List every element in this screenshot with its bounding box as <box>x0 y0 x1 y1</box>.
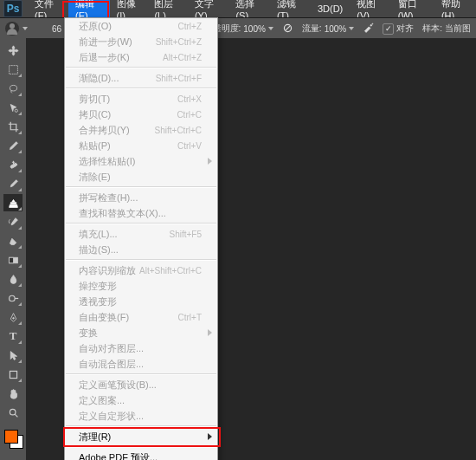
menubar-item[interactable]: 3D(D) <box>311 0 350 17</box>
crop-tool[interactable] <box>3 118 23 135</box>
menu-item-label: 定义画笔预设(B)... <box>79 379 157 392</box>
menu-item-label: 粘贴(P) <box>79 139 111 152</box>
edit-menu-dropdown: 还原(O)Ctrl+Z前进一步(W)Shift+Ctrl+Z后退一步(K)Alt… <box>64 17 218 460</box>
menu-item-label: 透视变形 <box>79 295 117 308</box>
menu-item: 前进一步(W)Shift+Ctrl+Z <box>65 34 217 49</box>
svg-rect-8 <box>9 257 13 263</box>
menu-separator <box>66 186 216 188</box>
menu-item: 描边(S)... <box>65 242 217 257</box>
menu-item-shortcut: Shift+Ctrl+C <box>155 126 202 135</box>
menu-item: 自动混合图层... <box>65 356 217 372</box>
menubar-item[interactable]: 帮助(H) <box>434 0 476 17</box>
flow-control[interactable]: 流量: 100% <box>302 23 354 35</box>
menu-item: 填充(L)...Shift+F5 <box>65 226 217 242</box>
eyedropper-tool[interactable] <box>3 137 23 154</box>
svg-point-4 <box>10 85 16 91</box>
menu-item: 选择性粘贴(I) <box>65 153 217 169</box>
menubar-item[interactable]: 视图(V) <box>350 0 391 17</box>
menu-separator <box>66 373 216 375</box>
zoom-tool[interactable] <box>3 404 23 421</box>
menu-item: 合并拷贝(Y)Shift+Ctrl+C <box>65 122 217 138</box>
blur-tool[interactable] <box>3 270 23 288</box>
chevron-down-icon[interactable] <box>23 27 28 30</box>
menu-item-label: 清理(R) <box>79 431 111 444</box>
menu-item-label: 查找和替换文本(X)... <box>79 207 166 220</box>
tools-panel: T <box>0 38 26 460</box>
menu-item-shortcut: Ctrl+T <box>178 313 203 322</box>
color-swatches[interactable] <box>3 428 23 449</box>
menu-item-label: 前进一步(W) <box>79 36 132 49</box>
menu-item-label: 自动混合图层... <box>79 358 144 371</box>
svg-point-9 <box>9 295 15 301</box>
quick-select-tool[interactable] <box>3 99 23 116</box>
brush-tool[interactable] <box>3 175 23 192</box>
menu-item: 后退一步(K)Alt+Ctrl+Z <box>65 49 217 65</box>
menubar-item[interactable]: 图像(I) <box>110 0 148 17</box>
clone-stamp-tool[interactable] <box>3 194 23 211</box>
menu-separator <box>66 425 216 427</box>
menu-item: 剪切(T)Ctrl+X <box>65 91 217 107</box>
svg-point-2 <box>372 23 373 24</box>
menu-item-label: 自动对齐图层... <box>79 342 144 355</box>
menubar-item[interactable]: 窗口(W) <box>391 0 434 17</box>
chevron-down-icon <box>349 27 354 30</box>
menubar-item[interactable]: 图层(L) <box>147 0 187 17</box>
healing-brush-tool[interactable] <box>3 156 23 173</box>
submenu-arrow-icon <box>208 329 212 336</box>
menu-item-label: 后退一步(K) <box>79 51 130 64</box>
menu-item[interactable]: Adobe PDF 预设... <box>65 450 217 460</box>
aligned-checkbox[interactable]: ✓ 对齐 <box>383 23 414 35</box>
menu-item: 定义自定形状... <box>65 408 217 424</box>
svg-point-5 <box>15 109 17 112</box>
menu-separator <box>66 223 216 224</box>
menu-item[interactable]: 清理(R) <box>65 429 217 444</box>
pen-tool[interactable] <box>3 308 23 326</box>
menubar-item[interactable]: 文件(F) <box>28 0 68 17</box>
shape-tool[interactable] <box>3 366 23 383</box>
menubar-item[interactable]: 滤镜(T) <box>270 0 311 17</box>
flow-label: 流量: <box>302 23 322 35</box>
menu-separator <box>66 259 216 261</box>
hand-tool[interactable] <box>3 385 23 402</box>
menu-item: 清除(E) <box>65 169 217 185</box>
menu-item-label: 定义图案... <box>79 394 125 407</box>
svg-rect-3 <box>9 65 17 74</box>
type-tool[interactable]: T <box>3 327 23 345</box>
menu-item: 定义画笔预设(B)... <box>65 377 217 392</box>
menu-separator <box>66 67 216 68</box>
menu-bar: Ps 文件(F)编辑(E)图像(I)图层(L)文字(Y)选择(S)滤镜(T)3D… <box>0 0 476 17</box>
dodge-tool[interactable] <box>3 289 23 307</box>
pressure-opacity-icon[interactable] <box>282 23 293 36</box>
fg-color-swatch[interactable] <box>4 430 18 444</box>
history-brush-tool[interactable] <box>3 213 23 230</box>
menubar-item[interactable]: 编辑(E) <box>68 0 110 17</box>
menubar-item[interactable]: 选择(S) <box>228 0 270 17</box>
lasso-tool[interactable] <box>3 80 23 97</box>
path-select-tool[interactable] <box>3 347 23 364</box>
marquee-tool[interactable] <box>3 61 23 78</box>
eraser-tool[interactable] <box>3 232 23 249</box>
sample-control[interactable]: 样本: 当前图 <box>422 23 471 35</box>
menu-item-shortcut: Shift+Ctrl+F <box>156 74 202 83</box>
menu-item: 变换 <box>65 325 217 340</box>
svg-point-12 <box>10 409 16 415</box>
sample-label: 样本: <box>422 23 442 35</box>
move-tool[interactable] <box>3 42 23 59</box>
airbrush-icon[interactable] <box>363 23 374 36</box>
menu-item-label: 清除(E) <box>79 171 111 184</box>
gradient-tool[interactable] <box>3 251 23 269</box>
menu-item-label: 渐隐(D)... <box>79 72 119 85</box>
aligned-label: 对齐 <box>396 23 414 35</box>
menu-item: 自动对齐图层... <box>65 340 217 356</box>
menubar-item[interactable]: 文字(Y) <box>188 0 229 17</box>
tool-preset-icon[interactable] <box>5 22 19 36</box>
svg-point-10 <box>12 317 14 319</box>
menu-separator <box>66 87 216 89</box>
submenu-arrow-icon <box>208 433 212 440</box>
menu-item-label: 变换 <box>79 327 98 340</box>
brush-size-value[interactable]: 66 <box>52 24 61 34</box>
menu-item: 内容识别缩放Alt+Shift+Ctrl+C <box>65 262 217 278</box>
menu-item-label: 拷贝(C) <box>79 108 111 121</box>
menu-item-shortcut: Ctrl+V <box>177 141 202 151</box>
menu-item: 粘贴(P)Ctrl+V <box>65 138 217 153</box>
